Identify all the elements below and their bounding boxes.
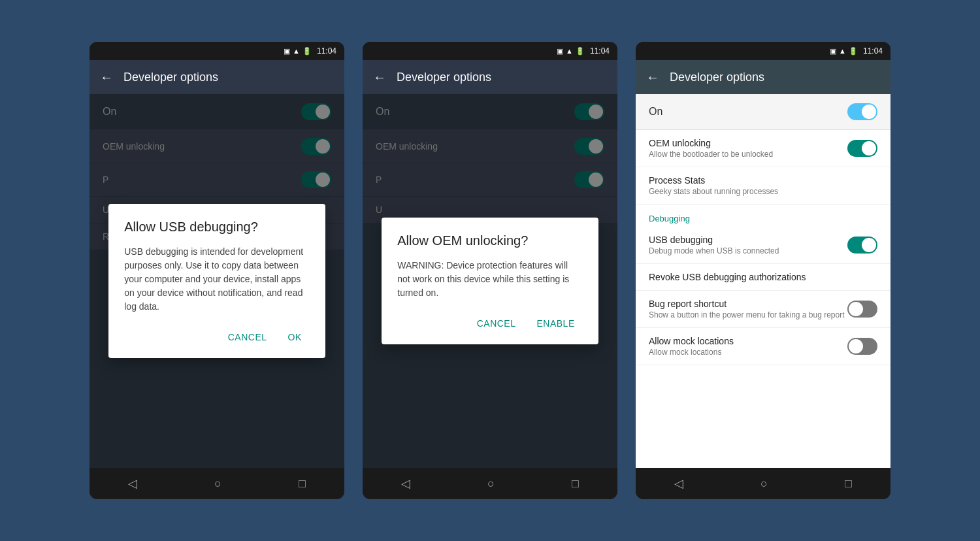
nav-home-3[interactable]: ○ (760, 477, 768, 491)
nav-recent-2[interactable]: □ (572, 477, 579, 491)
usb-subtitle-3: Debug mode when USB is connected (649, 246, 847, 255)
oem-subtitle-3: Allow the bootloader to be unlocked (649, 150, 847, 159)
status-icons-2: ▣ ▲ 🔋 11:04 (557, 46, 610, 56)
dialog-cancel-2[interactable]: CANCEL (469, 313, 524, 334)
process-title-3: Process Stats (649, 175, 877, 186)
on-row-3: On (636, 94, 890, 130)
status-bar-3: ▣ ▲ 🔋 11:04 (636, 42, 890, 60)
toolbar-title-1: Developer options (123, 71, 218, 84)
dialog-ok-1[interactable]: OK (280, 327, 310, 348)
setting-text-process-3: Process Stats Geeky stats about running … (649, 175, 877, 196)
oem-toggle-3[interactable] (847, 140, 877, 157)
dialog-title-1: Allow USB debugging? (124, 220, 310, 235)
oem-title-3: OEM unlocking (649, 138, 847, 148)
setting-oem-3[interactable]: OEM unlocking Allow the bootloader to be… (636, 130, 890, 167)
status-icons-3: ▣ ▲ 🔋 11:04 (830, 46, 883, 56)
battery-icon: 🔋 (302, 47, 312, 56)
dialog-cancel-1[interactable]: CANCEL (220, 327, 275, 348)
nav-bar-3: ◁ ○ □ (636, 468, 890, 499)
dialog-body-1: USB debugging is intended for developmen… (124, 245, 310, 314)
dialog-2: Allow OEM unlocking? WARNING: Device pro… (382, 218, 598, 344)
setting-text-mock-3: Allow mock locations Allow mock location… (649, 336, 847, 357)
setting-process-stats-3[interactable]: Process Stats Geeky stats about running … (636, 167, 890, 205)
back-button-3[interactable]: ← (646, 70, 659, 85)
mock-title-3: Allow mock locations (649, 336, 847, 346)
wifi-icon-3: ▣ (830, 47, 836, 56)
toolbar-2: ← Developer options (363, 60, 617, 94)
dialog-ok-2[interactable]: ENABLE (529, 313, 583, 334)
status-icons-1: ▣ ▲ 🔋 11:04 (284, 46, 336, 56)
toolbar-3: ← Developer options (636, 60, 890, 94)
dialog-title-2: Allow OEM unlocking? (397, 233, 583, 248)
toolbar-1: ← Developer options (90, 60, 344, 94)
phone-3: ▣ ▲ 🔋 11:04 ← Developer options On OEM u… (636, 42, 890, 499)
process-subtitle-3: Geeky stats about running processes (649, 187, 877, 196)
bug-toggle-3[interactable] (847, 301, 877, 318)
mock-toggle-3[interactable] (847, 338, 877, 355)
on-label-3: On (649, 106, 662, 118)
phone-1: ▣ ▲ 🔋 11:04 ← Developer options On OEM u… (90, 42, 344, 499)
revoke-title-3: Revoke USB debugging authorizations (649, 272, 877, 282)
setting-text-oem-3: OEM unlocking Allow the bootloader to be… (649, 138, 847, 159)
dialog-body-2: WARNING: Device protection features will… (397, 259, 583, 300)
signal-icon-3: ▲ (839, 47, 846, 55)
nav-bar-1: ◁ ○ □ (90, 468, 344, 499)
setting-bug-report-3[interactable]: Bug report shortcut Show a button in the… (636, 291, 890, 328)
dialog-actions-1: CANCEL OK (124, 327, 310, 353)
nav-back-1[interactable]: ◁ (128, 476, 137, 491)
setting-text-bug-3: Bug report shortcut Show a button in the… (649, 299, 847, 320)
nav-bar-2: ◁ ○ □ (363, 468, 617, 499)
content-2: On OEM unlocking P U (363, 94, 617, 468)
bug-subtitle-3: Show a button in the power menu for taki… (649, 310, 847, 320)
content-3: On OEM unlocking Allow the bootloader to… (636, 94, 890, 468)
mock-subtitle-3: Allow mock locations (649, 348, 847, 357)
back-button-2[interactable]: ← (373, 70, 386, 85)
nav-back-3[interactable]: ◁ (674, 476, 683, 491)
setting-text-usb-3: USB debugging Debug mode when USB is con… (649, 235, 847, 255)
phone-2: ▣ ▲ 🔋 11:04 ← Developer options On OEM u… (363, 42, 617, 499)
battery-icon-3: 🔋 (849, 47, 858, 56)
setting-usb-debug-3[interactable]: USB debugging Debug mode when USB is con… (636, 227, 890, 264)
dialog-overlay-2: Allow OEM unlocking? WARNING: Device pro… (363, 94, 617, 468)
signal-icon: ▲ (293, 47, 300, 55)
wifi-icon-2: ▣ (557, 47, 563, 56)
usb-title-3: USB debugging (649, 235, 847, 245)
dialog-actions-2: CANCEL ENABLE (397, 313, 583, 339)
debugging-label: Debugging (649, 214, 690, 223)
time-display-3: 11:04 (863, 46, 883, 56)
nav-back-2[interactable]: ◁ (401, 476, 410, 491)
debugging-section-header: Debugging (636, 205, 890, 227)
status-bar-2: ▣ ▲ 🔋 11:04 (363, 42, 617, 60)
settings-list-3: OEM unlocking Allow the bootloader to be… (636, 130, 890, 365)
setting-text-revoke-3: Revoke USB debugging authorizations (649, 272, 877, 282)
battery-icon-2: 🔋 (576, 47, 585, 56)
toolbar-title-3: Developer options (670, 71, 764, 84)
toolbar-title-2: Developer options (397, 71, 491, 84)
main-toggle-3[interactable] (847, 103, 877, 120)
back-button-1[interactable]: ← (100, 70, 113, 85)
content-1: On OEM unlocking P U (90, 94, 344, 468)
status-bar-1: ▣ ▲ 🔋 11:04 (90, 42, 344, 60)
bug-title-3: Bug report shortcut (649, 299, 847, 309)
signal-icon-2: ▲ (566, 47, 573, 55)
setting-mock-loc-3[interactable]: Allow mock locations Allow mock location… (636, 328, 890, 365)
dialog-overlay-1: Allow USB debugging? USB debugging is in… (90, 94, 344, 468)
wifi-icon: ▣ (284, 47, 290, 56)
nav-recent-3[interactable]: □ (845, 477, 852, 491)
nav-home-2[interactable]: ○ (487, 477, 495, 491)
dialog-1: Allow USB debugging? USB debugging is in… (108, 204, 325, 358)
setting-revoke-3[interactable]: Revoke USB debugging authorizations (636, 264, 890, 291)
time-display-2: 11:04 (590, 46, 610, 56)
usb-toggle-3[interactable] (847, 237, 877, 254)
nav-home-1[interactable]: ○ (214, 477, 221, 491)
nav-recent-1[interactable]: □ (299, 477, 306, 491)
time-display-1: 11:04 (317, 46, 336, 56)
